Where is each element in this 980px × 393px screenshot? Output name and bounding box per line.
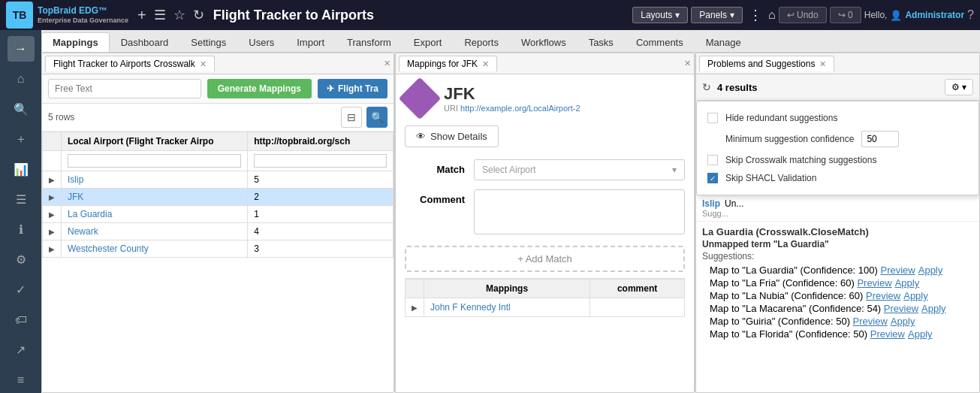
preview-link[interactable]: Preview bbox=[857, 277, 891, 289]
menu-icon[interactable]: ☰ bbox=[154, 7, 166, 24]
mid-panel-close-icon[interactable]: ✕ bbox=[482, 59, 489, 69]
tab-manage[interactable]: Manage bbox=[695, 32, 752, 52]
user-name[interactable]: Administrator bbox=[905, 10, 964, 20]
layouts-arrow-icon: ▾ bbox=[675, 10, 680, 20]
tab-mappings[interactable]: Mappings bbox=[41, 32, 110, 52]
tab-workflows[interactable]: Workflows bbox=[510, 32, 577, 52]
tab-import[interactable]: Import bbox=[285, 32, 336, 52]
left-panel-minimize-icon[interactable]: ✕ bbox=[384, 59, 390, 68]
tab-export[interactable]: Export bbox=[403, 32, 454, 52]
tab-comments[interactable]: Comments bbox=[625, 32, 695, 52]
add-match-button[interactable]: + Add Match bbox=[405, 246, 685, 272]
redo-button[interactable]: ↪ 0 bbox=[830, 7, 861, 23]
sidebar-info-icon[interactable]: ℹ bbox=[8, 216, 35, 242]
plus-icon[interactable]: + bbox=[137, 7, 146, 24]
help-icon[interactable]: ? bbox=[967, 8, 974, 22]
star-icon[interactable]: ☆ bbox=[173, 7, 185, 24]
mid-panel-minimize-icon[interactable]: ✕ bbox=[684, 59, 691, 68]
airport-name-cell[interactable]: JFK bbox=[62, 189, 248, 206]
table-row[interactable]: ▶ Islip 5 bbox=[43, 171, 394, 189]
sidebar-chart-icon[interactable]: 📊 bbox=[8, 156, 35, 182]
hide-redundant-checkbox[interactable] bbox=[707, 113, 718, 123]
layouts-button[interactable]: Layouts ▾ bbox=[632, 7, 688, 23]
table-row[interactable]: ▶ Newark 4 bbox=[43, 223, 394, 240]
col1-filter-input[interactable] bbox=[68, 154, 241, 168]
table-row[interactable]: ▶ Westchester County 3 bbox=[43, 240, 394, 258]
panels-label: Panels bbox=[699, 10, 727, 20]
sidebar-arrow-icon[interactable]: → bbox=[8, 36, 35, 62]
filter-col2-cell bbox=[248, 151, 394, 171]
sidebar-share-icon[interactable]: ↗ bbox=[8, 337, 35, 363]
preview-link[interactable]: Preview bbox=[853, 316, 888, 327]
apply-link[interactable]: Apply bbox=[895, 277, 920, 289]
sidebar-plus-icon[interactable]: ＋ bbox=[8, 126, 35, 152]
settings-dropdown-button[interactable]: ⚙ ▾ bbox=[945, 79, 973, 95]
table-row[interactable]: ▶ La Guardia 1 bbox=[43, 206, 394, 223]
comment-textarea[interactable] bbox=[474, 189, 685, 234]
search-input[interactable] bbox=[48, 79, 201, 98]
expand-cell[interactable]: ▶ bbox=[43, 171, 62, 189]
sidebar-gear-icon[interactable]: ⚙ bbox=[8, 247, 35, 273]
filter-col1-cell bbox=[62, 151, 248, 171]
suggestions-label: Suggestions: bbox=[702, 251, 754, 261]
mapping-name-cell[interactable]: John F Kennedy Intl bbox=[424, 298, 590, 317]
refresh-top-icon[interactable]: ↻ bbox=[193, 7, 204, 24]
mappings-row[interactable]: ▶ John F Kennedy Intl bbox=[406, 298, 685, 317]
flight-tracker-button[interactable]: ✈ Flight Tra bbox=[318, 79, 387, 98]
airport-name-cell[interactable]: Islip bbox=[62, 171, 248, 189]
expand-cell[interactable]: ▶ bbox=[43, 189, 62, 206]
more-icon[interactable]: ⋮ bbox=[746, 7, 765, 23]
show-details-button[interactable]: 👁 Show Details bbox=[405, 125, 499, 147]
tab-transform[interactable]: Transform bbox=[336, 32, 403, 52]
col2-filter-input[interactable] bbox=[254, 154, 387, 168]
tab-reports[interactable]: Reports bbox=[453, 32, 510, 52]
expand-cell[interactable]: ▶ bbox=[43, 223, 62, 240]
generate-mappings-button[interactable]: Generate Mappings bbox=[207, 79, 312, 98]
sidebar-tag-icon[interactable]: 🏷 bbox=[8, 307, 35, 333]
filter-button[interactable]: ⊟ bbox=[341, 107, 362, 128]
islip-crosswalk-link[interactable]: Islip bbox=[702, 198, 720, 209]
sidebar-check-icon[interactable]: ✓ bbox=[8, 277, 35, 303]
airport-name-cell[interactable]: Newark bbox=[62, 223, 248, 240]
apply-link[interactable]: Apply bbox=[921, 303, 946, 314]
sidebar-menu-icon[interactable]: ≡ bbox=[8, 367, 35, 393]
right-panel-tab[interactable]: Problems and Suggestions ✕ bbox=[699, 56, 834, 71]
apply-link[interactable]: Apply bbox=[903, 290, 928, 301]
apply-link[interactable]: Apply bbox=[918, 265, 943, 276]
preview-link[interactable]: Preview bbox=[884, 303, 918, 314]
preview-link[interactable]: Preview bbox=[870, 328, 905, 340]
left-panel-close-icon[interactable]: ✕ bbox=[200, 59, 207, 69]
tab-dashboard[interactable]: Dashboard bbox=[110, 32, 180, 52]
sidebar-home-icon[interactable]: ⌂ bbox=[8, 66, 35, 92]
panels-button[interactable]: Panels ▾ bbox=[691, 7, 743, 23]
preview-link[interactable]: Preview bbox=[866, 290, 900, 301]
skip-shacl-checkbox[interactable]: ✓ bbox=[707, 173, 718, 183]
preview-link[interactable]: Preview bbox=[880, 265, 915, 276]
mid-panel-tab[interactable]: Mappings for JFK ✕ bbox=[399, 56, 497, 71]
tab-settings[interactable]: Settings bbox=[179, 32, 237, 52]
select-airport-dropdown[interactable]: Select Airport ▾ bbox=[474, 159, 685, 180]
tab-users[interactable]: Users bbox=[237, 32, 285, 52]
airport-name-cell[interactable]: La Guardia bbox=[62, 206, 248, 223]
min-confidence-input[interactable] bbox=[861, 131, 899, 147]
table-row[interactable]: ▶ JFK 2 bbox=[43, 189, 394, 206]
suggestions-list: Map to "La Guardia" (Confidence: 100) Pr… bbox=[702, 265, 973, 340]
search-table-button[interactable]: 🔍 bbox=[366, 107, 387, 128]
apply-link[interactable]: Apply bbox=[891, 316, 915, 327]
left-panel-tab[interactable]: Flight Tracker to Airports Crosswalk ✕ bbox=[45, 56, 215, 71]
mappings-expand-cell[interactable]: ▶ bbox=[406, 298, 424, 317]
mappings-expand-col bbox=[406, 280, 424, 298]
airport-name-cell[interactable]: Westchester County bbox=[62, 240, 248, 258]
uri-link[interactable]: http://example.org/LocalAirport-2 bbox=[460, 104, 580, 113]
expand-cell[interactable]: ▶ bbox=[43, 206, 62, 223]
undo-button[interactable]: ↩ Undo bbox=[779, 7, 827, 23]
sidebar-search-icon[interactable]: 🔍 bbox=[8, 96, 35, 122]
refresh-icon[interactable]: ↻ bbox=[702, 81, 711, 93]
home-top-icon[interactable]: ⌂ bbox=[768, 8, 776, 22]
tab-tasks[interactable]: Tasks bbox=[577, 32, 625, 52]
apply-link[interactable]: Apply bbox=[908, 328, 933, 340]
right-panel-close-icon[interactable]: ✕ bbox=[819, 59, 826, 69]
expand-cell[interactable]: ▶ bbox=[43, 240, 62, 258]
sidebar-list-icon[interactable]: ☰ bbox=[8, 186, 35, 212]
skip-crosswalk-checkbox[interactable] bbox=[707, 155, 718, 165]
